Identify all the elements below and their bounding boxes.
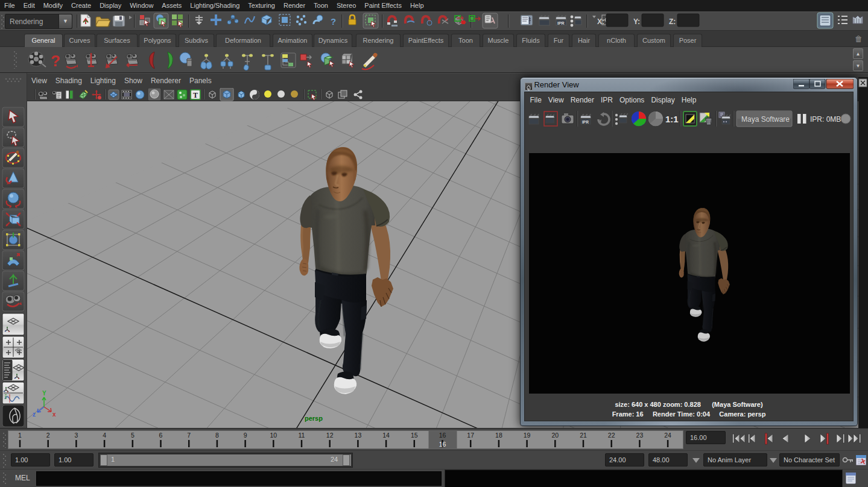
svg-text:23: 23 <box>636 432 644 439</box>
svg-text:Z:: Z: <box>669 17 676 26</box>
svg-text:3: 3 <box>74 432 78 439</box>
svg-text:Y:: Y: <box>633 17 640 26</box>
svg-text:1: 1 <box>18 432 22 439</box>
svg-text:Maya Software: Maya Software <box>741 115 790 124</box>
svg-text:1:1: 1:1 <box>665 114 679 124</box>
svg-text:x: x <box>52 411 56 418</box>
svg-text:15: 15 <box>411 432 418 439</box>
svg-text:9: 9 <box>244 432 247 439</box>
svg-text:z: z <box>33 411 36 418</box>
svg-text:2: 2 <box>46 432 50 439</box>
svg-text:IPR: IPR <box>557 21 565 25</box>
svg-text:T: T <box>193 91 198 99</box>
svg-text:19: 19 <box>524 432 531 439</box>
svg-text:21: 21 <box>580 432 587 439</box>
svg-text:16: 16 <box>439 441 446 448</box>
svg-text:13: 13 <box>355 432 362 439</box>
svg-text:?: ? <box>331 16 336 27</box>
svg-text:6: 6 <box>159 432 163 439</box>
svg-text:16: 16 <box>439 432 446 439</box>
svg-text:12: 12 <box>326 432 334 439</box>
svg-text:18: 18 <box>495 432 502 439</box>
svg-text:IPR: 0MB: IPR: 0MB <box>810 115 841 124</box>
svg-text:7: 7 <box>187 432 191 439</box>
svg-text:Y: Y <box>42 390 46 397</box>
svg-text:?: ? <box>51 52 60 70</box>
svg-text:8: 8 <box>215 432 219 439</box>
svg-text:14: 14 <box>382 432 390 439</box>
svg-text:5: 5 <box>131 432 135 439</box>
svg-text:20: 20 <box>551 432 559 439</box>
svg-text:10: 10 <box>270 432 277 439</box>
svg-text:IPR: IPR <box>582 120 589 124</box>
svg-text:22: 22 <box>608 432 615 439</box>
svg-text:X:: X: <box>597 17 604 26</box>
svg-text:4: 4 <box>103 432 106 439</box>
svg-text:11: 11 <box>299 432 305 439</box>
svg-text:24: 24 <box>664 432 671 439</box>
svg-text:17: 17 <box>467 432 474 439</box>
